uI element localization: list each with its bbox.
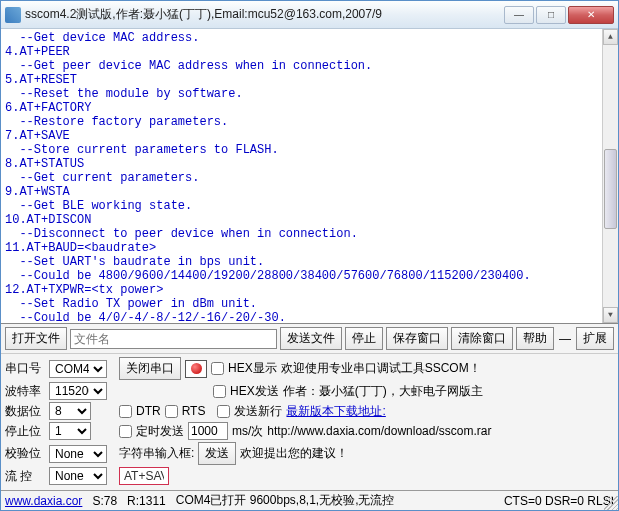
- terminal-line: --Store current parameters to FLASH.: [5, 143, 614, 157]
- terminal-line: --Could be 4800/9600/14400/19200/28800/3…: [5, 269, 614, 283]
- flow-select[interactable]: None: [49, 467, 107, 485]
- ms-unit-label: ms/次: [232, 423, 263, 440]
- author-text: 作者：聂小猛(丁丁)，大虾电子网版主: [283, 383, 483, 400]
- rts-checkbox[interactable]: [165, 405, 178, 418]
- send-newline-label: 发送新行: [234, 403, 282, 420]
- hex-send-checkbox[interactable]: [213, 385, 226, 398]
- titlebar: sscom4.2测试版,作者:聂小猛(丁丁),Email:mcu52@163.c…: [1, 1, 618, 29]
- window-title: sscom4.2测试版,作者:聂小猛(丁丁),Email:mcu52@163.c…: [25, 6, 504, 23]
- status-conn: COM4已打开 9600bps,8,1,无校验,无流控: [176, 492, 395, 509]
- dtr-checkbox[interactable]: [119, 405, 132, 418]
- parity-label: 校验位: [5, 445, 45, 462]
- hex-show-checkbox[interactable]: [211, 362, 224, 375]
- status-sent: S:78: [92, 494, 117, 508]
- flow-label: 流 控: [5, 468, 45, 485]
- timed-send-checkbox[interactable]: [119, 425, 132, 438]
- terminal-line: --Restore factory parameters.: [5, 115, 614, 129]
- app-icon: [5, 7, 21, 23]
- dash-label: —: [557, 332, 573, 346]
- resize-grip-icon[interactable]: [604, 496, 618, 510]
- parity-select[interactable]: None: [49, 445, 107, 463]
- scroll-thumb[interactable]: [604, 149, 617, 229]
- clear-window-button[interactable]: 清除窗口: [451, 327, 513, 350]
- terminal-output: --Get device MAC address.4.AT+PEER --Get…: [1, 29, 618, 324]
- terminal-line: 9.AT+WSTA: [5, 185, 614, 199]
- open-file-button[interactable]: 打开文件: [5, 327, 67, 350]
- rts-label: RTS: [182, 404, 206, 418]
- terminal-line: --Get current parameters.: [5, 171, 614, 185]
- terminal-line: --Reset the module by software.: [5, 87, 614, 101]
- terminal-line: --Could be 4/0/-4/-8/-12/-16/-20/-30.: [5, 311, 614, 324]
- save-window-button[interactable]: 保存窗口: [386, 327, 448, 350]
- stop-button[interactable]: 停止: [345, 327, 383, 350]
- file-toolbar: 打开文件 发送文件 停止 保存窗口 清除窗口 帮助 — 扩展: [1, 324, 618, 354]
- databit-select[interactable]: 8: [49, 402, 91, 420]
- record-icon: [191, 363, 202, 374]
- stopbit-select[interactable]: 1: [49, 422, 91, 440]
- terminal-line: 4.AT+PEER: [5, 45, 614, 59]
- port-select[interactable]: COM4: [49, 360, 107, 378]
- interval-input[interactable]: [188, 422, 228, 440]
- help-button[interactable]: 帮助: [516, 327, 554, 350]
- terminal-line: --Set UART's baudrate in bps unit.: [5, 255, 614, 269]
- vertical-scrollbar[interactable]: ▲ ▼: [602, 29, 618, 323]
- terminal-line: --Get BLE working state.: [5, 199, 614, 213]
- dtr-label: DTR: [136, 404, 161, 418]
- terminal-line: 6.AT+FACTORY: [5, 101, 614, 115]
- terminal-line: 10.AT+DISCON: [5, 213, 614, 227]
- terminal-line: --Set Radio TX power in dBm unit.: [5, 297, 614, 311]
- scroll-up-icon[interactable]: ▲: [603, 29, 618, 45]
- minimize-button[interactable]: —: [504, 6, 534, 24]
- url-text: http://www.daxia.com/download/sscom.rar: [267, 424, 491, 438]
- hex-send-label: HEX发送: [230, 383, 279, 400]
- settings-panel: 串口号 COM4 关闭串口 HEX显示 欢迎使用专业串口调试工具SSCOM！ 波…: [1, 354, 618, 490]
- maximize-button[interactable]: □: [536, 6, 566, 24]
- close-port-button[interactable]: 关闭串口: [119, 357, 181, 380]
- status-recv: R:1311: [127, 494, 166, 508]
- input-box-label: 字符串输入框:: [119, 445, 194, 462]
- status-cts: CTS=0 DSR=0 RLSI: [504, 494, 614, 508]
- close-button[interactable]: ✕: [568, 6, 614, 24]
- baud-label: 波特率: [5, 383, 45, 400]
- terminal-line: --Get device MAC address.: [5, 31, 614, 45]
- timed-send-label: 定时发送: [136, 423, 184, 440]
- port-label: 串口号: [5, 360, 45, 377]
- filename-input[interactable]: [70, 329, 277, 349]
- terminal-line: 11.AT+BAUD=<baudrate>: [5, 241, 614, 255]
- terminal-line: 12.AT+TXPWR=<tx power>: [5, 283, 614, 297]
- send-button[interactable]: 发送: [198, 442, 236, 465]
- terminal-line: --Get peer device MAC address when in co…: [5, 59, 614, 73]
- welcome-text: 欢迎使用专业串口调试工具SSCOM！: [281, 360, 481, 377]
- terminal-line: --Disconnect to peer device when in conn…: [5, 227, 614, 241]
- send-file-button[interactable]: 发送文件: [280, 327, 342, 350]
- send-newline-checkbox[interactable]: [217, 405, 230, 418]
- expand-button[interactable]: 扩展: [576, 327, 614, 350]
- hex-show-label: HEX显示: [228, 360, 277, 377]
- site-link[interactable]: www.daxia.cor: [5, 494, 82, 508]
- feedback-text: 欢迎提出您的建议！: [240, 445, 348, 462]
- command-input[interactable]: [119, 467, 169, 485]
- scroll-down-icon[interactable]: ▼: [603, 307, 618, 323]
- terminal-line: 5.AT+RESET: [5, 73, 614, 87]
- status-bar: www.daxia.cor S:78 R:1311 COM4已打开 9600bp…: [1, 490, 618, 510]
- record-button[interactable]: [185, 360, 207, 378]
- terminal-line: 8.AT+STATUS: [5, 157, 614, 171]
- download-link[interactable]: 最新版本下载地址:: [286, 403, 385, 420]
- baud-select[interactable]: 115200: [49, 382, 107, 400]
- terminal-line: 7.AT+SAVE: [5, 129, 614, 143]
- stopbit-label: 停止位: [5, 423, 45, 440]
- databit-label: 数据位: [5, 403, 45, 420]
